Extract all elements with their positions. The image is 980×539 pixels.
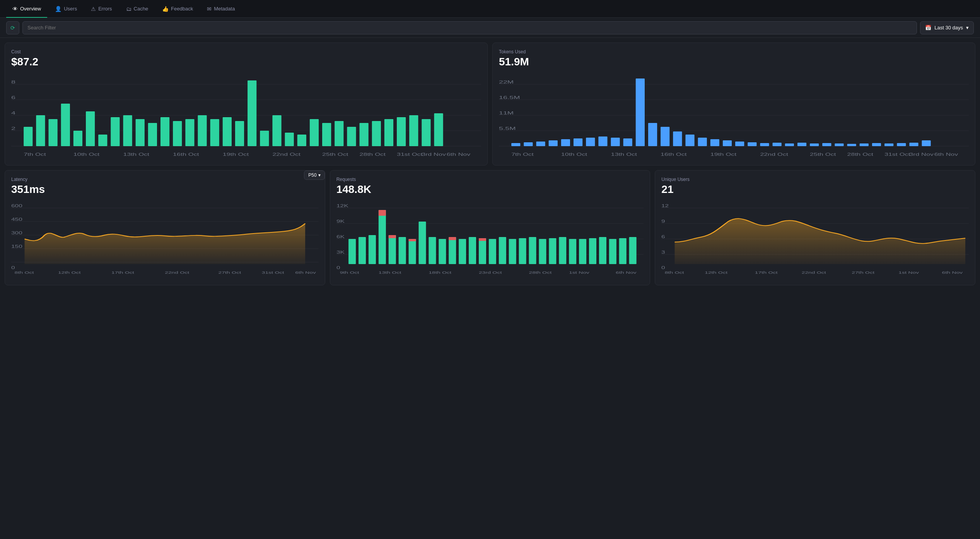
svg-rect-41 (422, 119, 430, 146)
svg-rect-21 (173, 121, 182, 146)
svg-rect-9 (24, 127, 32, 146)
svg-text:9: 9 (661, 219, 665, 223)
svg-text:13th Oct: 13th Oct (123, 152, 149, 157)
svg-rect-85 (785, 143, 794, 146)
svg-text:0: 0 (661, 265, 665, 270)
svg-text:12th Oct: 12th Oct (705, 271, 728, 275)
svg-rect-92 (872, 143, 881, 146)
svg-rect-19 (148, 123, 157, 146)
chevron-down-icon: ▾ (318, 172, 321, 178)
unique-users-label: Unique Users (661, 177, 969, 182)
svg-rect-40 (409, 115, 418, 146)
svg-text:25th Oct: 25th Oct (810, 152, 836, 157)
svg-rect-22 (185, 119, 194, 146)
svg-text:23rd Oct: 23rd Oct (479, 271, 502, 275)
search-input[interactable] (22, 21, 917, 34)
svg-rect-26 (235, 121, 244, 146)
svg-text:3: 3 (661, 250, 665, 254)
svg-rect-157 (529, 237, 536, 264)
svg-rect-76 (673, 131, 682, 146)
svg-text:27th Oct: 27th Oct (852, 271, 875, 275)
svg-rect-68 (574, 138, 582, 146)
svg-text:600: 600 (11, 203, 22, 208)
svg-rect-90 (847, 144, 856, 146)
nav-feedback[interactable]: 👍 Feedback (156, 0, 199, 18)
svg-rect-166 (619, 238, 626, 264)
svg-rect-87 (810, 143, 819, 146)
date-range-picker[interactable]: 📅 Last 30 days ▾ (920, 21, 974, 34)
nav-cache[interactable]: 🗂 Cache (120, 0, 155, 18)
svg-rect-86 (797, 143, 806, 146)
cost-value: $87.2 (11, 56, 481, 68)
nav-metadata[interactable]: ✉ Metadata (201, 0, 241, 18)
errors-icon: ⚠ (91, 6, 96, 12)
svg-rect-72 (623, 138, 632, 146)
svg-rect-81 (735, 142, 744, 146)
svg-rect-159 (549, 238, 556, 264)
svg-rect-89 (835, 143, 843, 146)
cost-label: Cost (11, 49, 481, 55)
svg-rect-143 (408, 239, 416, 241)
overview-icon: 👁 (12, 6, 18, 12)
svg-rect-31 (297, 135, 306, 146)
svg-text:22nd Oct: 22nd Oct (760, 152, 788, 157)
svg-text:13th Oct: 13th Oct (378, 271, 401, 275)
svg-rect-154 (499, 237, 506, 264)
svg-rect-148 (449, 237, 456, 240)
charts-grid: Cost $87.2 8 6 4 2 (0, 38, 980, 290)
svg-text:31st Oct: 31st Oct (262, 271, 284, 275)
requests-card: Requests 148.8K 12K 9K 6K 3K 0 (330, 170, 650, 285)
svg-rect-93 (884, 143, 893, 146)
nav-users[interactable]: 👤 Users (49, 0, 83, 18)
svg-rect-156 (519, 238, 526, 264)
svg-text:3rd Nov: 3rd Nov (909, 152, 934, 157)
svg-text:6th Nov: 6th Nov (295, 271, 316, 275)
svg-rect-73 (636, 78, 645, 146)
svg-rect-139 (388, 235, 396, 264)
svg-text:18th Oct: 18th Oct (429, 271, 451, 275)
svg-text:31st Oct: 31st Oct (397, 152, 423, 157)
svg-rect-74 (648, 123, 657, 146)
svg-text:7th Oct: 7th Oct (24, 152, 46, 157)
svg-rect-78 (698, 138, 707, 146)
svg-rect-147 (449, 237, 456, 264)
navigation: 👁 Overview 👤 Users ⚠ Errors 🗂 Cache 👍 Fe… (0, 0, 980, 18)
requests-label: Requests (336, 177, 644, 182)
percentile-selector[interactable]: P50 ▾ (304, 171, 324, 180)
svg-rect-161 (569, 239, 576, 264)
svg-rect-64 (524, 142, 533, 146)
svg-rect-134 (348, 239, 356, 264)
svg-rect-27 (248, 80, 256, 146)
svg-rect-13 (73, 131, 82, 146)
svg-rect-138 (378, 210, 386, 216)
feedback-icon: 👍 (162, 6, 169, 12)
svg-text:5.5M: 5.5M (499, 126, 516, 131)
nav-overview[interactable]: 👁 Overview (6, 0, 47, 18)
svg-rect-84 (773, 143, 782, 146)
nav-feedback-label: Feedback (171, 6, 193, 12)
svg-rect-91 (860, 143, 869, 146)
tokens-value: 51.9M (499, 56, 969, 68)
svg-text:12th Oct: 12th Oct (58, 271, 81, 275)
bottom-row: Latency 351ms P50 ▾ 600 450 300 (5, 170, 975, 285)
refresh-button[interactable]: ⟳ (6, 21, 19, 34)
svg-rect-145 (429, 237, 436, 264)
svg-text:1st Nov: 1st Nov (569, 271, 589, 275)
svg-text:17th Oct: 17th Oct (111, 271, 134, 275)
svg-rect-39 (397, 117, 406, 146)
svg-text:16th Oct: 16th Oct (661, 152, 687, 157)
svg-rect-14 (86, 111, 95, 146)
svg-text:10th Oct: 10th Oct (561, 152, 587, 157)
cache-icon: 🗂 (126, 6, 131, 12)
chevron-down-icon: ▾ (966, 25, 969, 31)
cost-card: Cost $87.2 8 6 4 2 (5, 43, 488, 165)
svg-rect-23 (198, 115, 207, 146)
svg-rect-163 (589, 238, 596, 264)
latency-label: Latency (11, 177, 319, 182)
svg-text:8th Oct: 8th Oct (15, 271, 34, 275)
svg-text:150: 150 (11, 244, 22, 248)
svg-text:6th Nov: 6th Nov (447, 152, 471, 157)
svg-rect-28 (260, 131, 269, 146)
svg-text:28th Oct: 28th Oct (529, 271, 551, 275)
nav-errors[interactable]: ⚠ Errors (85, 0, 118, 18)
